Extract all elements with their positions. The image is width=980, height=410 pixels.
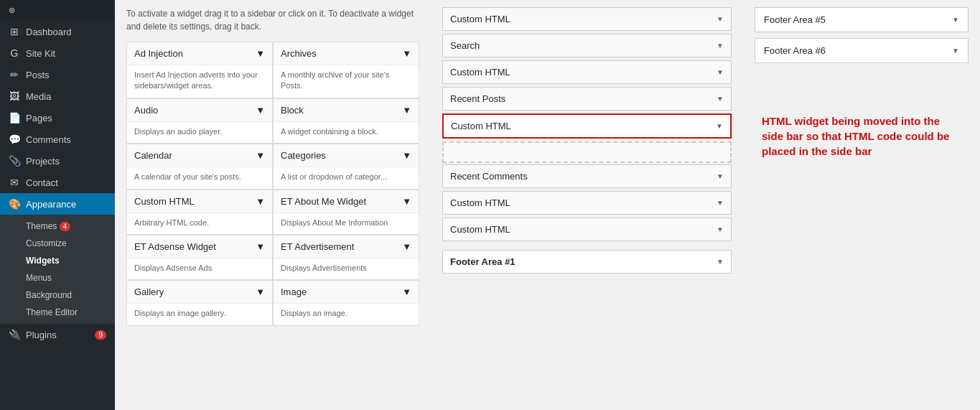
sidebar-sub-background[interactable]: Background xyxy=(0,286,115,304)
sidebar-item-posts[interactable]: ✏ Posts xyxy=(0,64,115,85)
footer-area-6-header[interactable]: Footer Area #6 ▼ xyxy=(755,39,968,62)
sidebar-item-label: Site Kit xyxy=(26,48,55,59)
widget-header-image[interactable]: Image ▼ xyxy=(274,281,419,304)
widget-header-et-adsense[interactable]: ET Adsense Widget ▼ xyxy=(127,236,272,258)
widget-header-ad-injection[interactable]: Ad Injection ▼ xyxy=(127,42,272,65)
sidebar-widget-header-2[interactable]: Custom HTML ▼ xyxy=(443,61,731,83)
sidebar-item-dashboard[interactable]: ⊞ Dashboard xyxy=(0,21,115,42)
widget-header-et-advertisement[interactable]: ET Advertisement ▼ xyxy=(274,236,419,258)
chevron-down-icon: ▼ xyxy=(952,16,959,24)
widget-header-gallery[interactable]: Gallery ▼ xyxy=(127,281,272,304)
widget-header-custom-html[interactable]: Custom HTML ▼ xyxy=(127,190,272,213)
sidebar-item-projects[interactable]: 📎 Projects xyxy=(0,150,115,172)
widget-block[interactable]: Block ▼ A widget containing a block. xyxy=(273,98,419,144)
sidebar-item-label: Contact xyxy=(26,177,58,188)
chevron-down-icon: ▼ xyxy=(256,241,265,252)
sidebar-widget-header-search[interactable]: Search ▼ xyxy=(443,34,731,57)
sidebar-widget-search[interactable]: Search ▼ xyxy=(442,34,732,57)
sidebar-item-label: Comments xyxy=(26,134,71,145)
sidebar-sub-customize[interactable]: Customize xyxy=(0,235,115,252)
footer-area-5-widget[interactable]: Footer Area #5 ▼ xyxy=(755,7,969,32)
sidebar-sub-menus[interactable]: Menus xyxy=(0,269,115,286)
footer-area-6-widget[interactable]: Footer Area #6 ▼ xyxy=(755,38,969,63)
chevron-down-icon: ▼ xyxy=(256,48,265,59)
widget-header-audio[interactable]: Audio ▼ xyxy=(127,99,272,122)
widget-audio[interactable]: Audio ▼ Displays an audio player. xyxy=(126,98,273,144)
widget-calendar[interactable]: Calendar ▼ A calendar of your site's pos… xyxy=(126,144,273,189)
widget-desc-et-adsense: Displays Adsense Ads xyxy=(127,258,272,279)
widget-desc-audio: Displays an audio player. xyxy=(127,122,272,143)
chevron-down-icon: ▼ xyxy=(402,241,411,252)
sidebar-widget-header-recent-comments[interactable]: Recent Comments ▼ xyxy=(443,165,731,187)
sidebar-item-label: Media xyxy=(26,91,51,102)
logo-icon: ⊛ xyxy=(9,6,15,15)
widget-image[interactable]: Image ▼ Displays an image. xyxy=(273,280,419,325)
contact-icon: ✉ xyxy=(9,177,20,188)
sidebar-item-sitekit[interactable]: G Site Kit xyxy=(0,42,115,64)
sidebar-widget-custom-html-moving[interactable]: Custom HTML ▼ xyxy=(442,113,732,139)
sidebar-widget-recent-posts[interactable]: Recent Posts ▼ xyxy=(442,87,732,111)
sidebar-item-pages[interactable]: 📄 Pages xyxy=(0,107,115,129)
widget-desc-et-about-me: Displays About Me Information xyxy=(274,213,419,234)
widget-header-block[interactable]: Block ▼ xyxy=(274,99,419,122)
widget-categories[interactable]: Categories ▼ A list or dropdown of categ… xyxy=(273,144,419,189)
sidebar-item-label: Posts xyxy=(26,70,50,80)
sidebar-item-contact[interactable]: ✉ Contact xyxy=(0,172,115,193)
chevron-down-icon: ▼ xyxy=(717,15,724,23)
sidebar-widget-custom-html-3[interactable]: Custom HTML ▼ xyxy=(442,191,732,215)
widgets-grid: Ad Injection ▼ Insert Ad Injection adver… xyxy=(126,42,419,326)
site-logo: ⊛ xyxy=(0,0,115,21)
sitekit-icon: G xyxy=(9,47,20,59)
widget-desc-gallery: Displays an image gallery. xyxy=(127,304,272,325)
chevron-down-icon: ▼ xyxy=(402,48,411,59)
sidebar-item-comments[interactable]: 💬 Comments xyxy=(0,129,115,150)
posts-icon: ✏ xyxy=(9,69,20,80)
sidebar-widget-recent-comments[interactable]: Recent Comments ▼ xyxy=(442,164,732,188)
footer-area-5-header[interactable]: Footer Area #5 ▼ xyxy=(755,8,968,32)
sidebar-widget-custom-html-2[interactable]: Custom HTML ▼ xyxy=(442,60,732,84)
widget-et-about-me[interactable]: ET About Me Widget ▼ Displays About Me I… xyxy=(273,190,419,235)
dashboard-icon: ⊞ xyxy=(9,26,20,37)
sidebar-widget-header-1[interactable]: Custom HTML ▼ xyxy=(443,8,731,30)
chevron-down-icon: ▼ xyxy=(402,196,411,207)
sidebar-widgets-list: Custom HTML ▼ Search ▼ Custom HTML ▼ Rec… xyxy=(442,7,732,241)
widget-gallery[interactable]: Gallery ▼ Displays an image gallery. xyxy=(126,280,273,325)
sidebar-item-appearance[interactable]: 🎨 Appearance xyxy=(0,193,115,215)
widget-et-adsense[interactable]: ET Adsense Widget ▼ Displays Adsense Ads xyxy=(126,235,273,280)
sidebar-widget-custom-html-4[interactable]: Custom HTML ▼ xyxy=(442,218,732,241)
sidebar-widget-header-3[interactable]: Custom HTML ▼ xyxy=(443,192,731,214)
widget-desc-block: A widget containing a block. xyxy=(274,122,419,143)
chevron-down-icon: ▼ xyxy=(717,68,724,76)
widget-et-advertisement[interactable]: ET Advertisement ▼ Displays Advertisemen… xyxy=(273,235,419,280)
sidebar-widget-header-moving[interactable]: Custom HTML ▼ xyxy=(444,115,730,137)
sidebar-sub-themes[interactable]: Themes 4 xyxy=(0,218,115,235)
widget-header-categories[interactable]: Categories ▼ xyxy=(274,144,419,167)
sidebar-sub-widgets[interactable]: Widgets xyxy=(0,252,115,269)
widget-header-archives[interactable]: Archives ▼ xyxy=(274,42,419,65)
appearance-submenu: Themes 4 Customize Widgets Menus Backgro… xyxy=(0,215,115,324)
sidebar-widget-header-4[interactable]: Custom HTML ▼ xyxy=(443,218,731,241)
admin-sidebar: ⊛ ⊞ Dashboard G Site Kit ✏ Posts 🖼 Media… xyxy=(0,0,115,410)
annotation-container: HTML widget being moved into the side ba… xyxy=(755,92,969,166)
widget-custom-html[interactable]: Custom HTML ▼ Arbitrary HTML code. xyxy=(126,190,273,235)
chevron-down-icon: ▼ xyxy=(402,150,411,161)
footer-area-1-header[interactable]: Footer Area #1 ▼ xyxy=(442,250,732,274)
widget-header-calendar[interactable]: Calendar ▼ xyxy=(127,144,272,167)
sidebar-widget-custom-html-1[interactable]: Custom HTML ▼ xyxy=(442,7,732,31)
comments-icon: 💬 xyxy=(9,134,20,145)
sidebar-item-plugins[interactable]: 🔌 Plugins 9 xyxy=(0,324,115,345)
widget-desc-custom-html: Arbitrary HTML code. xyxy=(127,213,272,234)
sidebar-widgets-panel: Custom HTML ▼ Search ▼ Custom HTML ▼ Rec… xyxy=(431,0,743,410)
sidebar-item-label: Pages xyxy=(26,113,52,124)
available-widgets-panel: To activate a widget drag it to a sideba… xyxy=(115,0,431,410)
sidebar-sub-theme-editor[interactable]: Theme Editor xyxy=(0,304,115,321)
sidebar-item-label: Dashboard xyxy=(26,27,72,37)
projects-icon: 📎 xyxy=(9,155,20,167)
sidebar-item-media[interactable]: 🖼 Media xyxy=(0,85,115,107)
sidebar-widget-header-recent-posts[interactable]: Recent Posts ▼ xyxy=(443,88,731,110)
widget-ad-injection[interactable]: Ad Injection ▼ Insert Ad Injection adver… xyxy=(126,42,273,98)
chevron-down-icon: ▼ xyxy=(402,286,411,297)
annotation-text-box: HTML widget being moved into the side ba… xyxy=(755,106,969,166)
widget-archives[interactable]: Archives ▼ A monthly archive of your sit… xyxy=(273,42,419,98)
widget-header-et-about-me[interactable]: ET About Me Widget ▼ xyxy=(274,190,419,213)
